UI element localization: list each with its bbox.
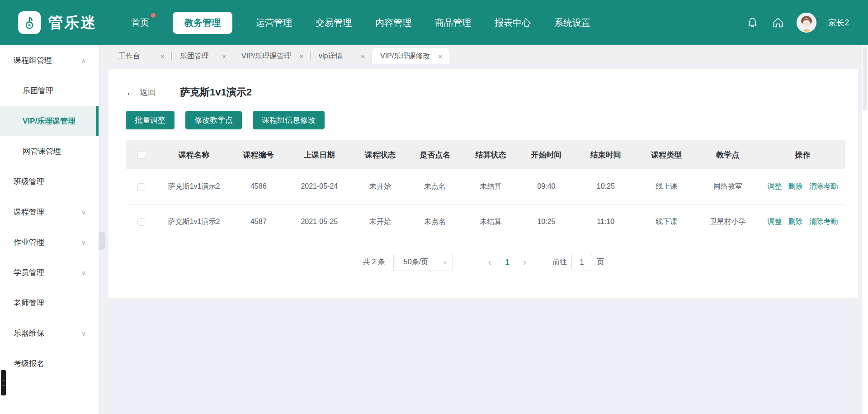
top-nav-menu: 首页 教务管理 运营管理 交易管理 内容管理 商品管理 报表中心 系统设置 [131, 12, 590, 34]
close-icon[interactable]: × [361, 52, 365, 60]
sidebar-collapse-handle[interactable]: ‹ [99, 232, 105, 250]
sidebar-item-student-mgmt[interactable]: 学员管理 ∨ [0, 257, 99, 288]
sidebar-item-class-mgmt[interactable]: 班级管理 [0, 167, 99, 197]
clear-attendance-link[interactable]: 清除考勤 [809, 218, 838, 225]
nav-item-operations[interactable]: 运营管理 [256, 17, 292, 29]
chevron-down-icon: ∨ [81, 330, 86, 337]
chevron-down-icon: ∨ [443, 259, 447, 266]
delete-link[interactable]: 删除 [788, 218, 803, 225]
cell-settlement: 未结算 [462, 204, 519, 239]
close-icon[interactable]: × [222, 52, 226, 60]
next-page-button[interactable]: › [523, 257, 526, 267]
pagination-total: 共 2 条 [363, 257, 385, 267]
home-icon[interactable] [771, 16, 785, 29]
col-settlement: 结算状态 [462, 140, 519, 169]
app-root: 管乐迷 首页 教务管理 运营管理 交易管理 内容管理 商品管理 报表中心 系统设… [0, 0, 868, 414]
cell-course-status: 未开始 [353, 204, 407, 239]
cell-course-code: 4586 [231, 169, 286, 204]
goto-unit-label: 页 [597, 257, 604, 267]
nav-item-transactions[interactable]: 交易管理 [316, 17, 352, 29]
page-title: 萨克斯1v1演示2 [180, 86, 252, 99]
tab-vip-theory-mgmt[interactable]: VIP/乐理课管理 × [233, 48, 311, 64]
cell-course-type: 线上课 [637, 169, 695, 204]
edit-course-group-info-button[interactable]: 课程组信息修改 [253, 111, 325, 129]
username-label[interactable]: 家长2 [828, 17, 849, 28]
sidebar-item-instrument-maintenance[interactable]: 乐器维保 ∨ [0, 318, 99, 348]
main-content: ← 返回 萨克斯1v1演示2 批量调整 修改教学点 课程组信息修改 [99, 64, 862, 414]
tab-vip-theory-edit[interactable]: VIP/乐理课修改 × [372, 48, 449, 64]
brand-logo[interactable]: 管乐迷 [18, 11, 122, 34]
table-row: 萨克斯1v1演示2 4586 2021-05-24 未开始 未点名 未结算 09… [126, 169, 845, 204]
page-number-1[interactable]: 1 [505, 258, 509, 267]
collapse-arrow-icon: ‹ [101, 237, 103, 244]
cell-start-time: 09:40 [519, 169, 574, 204]
cell-settlement: 未结算 [462, 169, 519, 204]
back-button[interactable]: ← 返回 [126, 87, 156, 98]
sidebar-item-teacher-mgmt[interactable]: 老师管理 [0, 288, 99, 318]
close-icon[interactable]: × [438, 52, 442, 60]
sidebar-item-online-course-mgmt[interactable]: 网管课管理 [0, 136, 99, 167]
select-all-checkbox[interactable] [137, 151, 145, 159]
col-course-status: 课程状态 [353, 140, 407, 169]
col-end-time: 结束时间 [574, 140, 637, 169]
cell-teaching-site: 卫星村小学 [695, 204, 760, 239]
logo-icon [18, 11, 41, 34]
tab-vip-detail[interactable]: vip详情 × [311, 48, 372, 64]
goto-page-input[interactable] [571, 254, 592, 271]
sidebar-item-homework-mgmt[interactable]: 作业管理 ∨ [0, 227, 99, 257]
col-course-code: 课程编号 [231, 140, 286, 169]
delete-link[interactable]: 删除 [788, 182, 803, 190]
bell-icon[interactable] [746, 16, 760, 29]
nav-item-reports[interactable]: 报表中心 [495, 17, 531, 29]
clear-attendance-link[interactable]: 清除考勤 [809, 182, 838, 190]
page-header-row: ← 返回 萨克斯1v1演示2 [108, 69, 858, 99]
col-course-type: 课程类型 [637, 140, 695, 169]
sidebar-scrollbar-thumb[interactable] [1, 370, 6, 395]
sidebar-item-band-mgmt[interactable]: 乐团管理 [0, 76, 99, 106]
col-rollcall: 是否点名 [408, 140, 462, 169]
close-icon[interactable]: × [299, 52, 303, 60]
nav-item-content[interactable]: 内容管理 [375, 17, 411, 29]
cell-end-time: 11:10 [574, 204, 637, 239]
pagination: 共 2 条 50条/页 ∨ ‹ 1 › 前往 页 [108, 254, 858, 271]
table-header-row: 课程名称 课程编号 上课日期 课程状态 是否点名 结算状态 开始时间 结束时间 … [126, 140, 845, 169]
notification-dot [151, 13, 156, 18]
sidebar-item-vip-theory-mgmt[interactable]: VIP/乐理课管理 [0, 106, 99, 136]
row-checkbox[interactable] [137, 183, 145, 191]
nav-item-products[interactable]: 商品管理 [435, 17, 471, 29]
col-course-name: 课程名称 [157, 140, 231, 169]
adjust-link[interactable]: 调整 [768, 218, 782, 225]
sidebar-item-course-mgmt[interactable]: 课程管理 ∨ [0, 197, 99, 227]
prev-page-button[interactable]: ‹ [488, 257, 491, 267]
sidebar-item-grading-registration[interactable]: 考级报名 [0, 348, 99, 379]
nav-item-academic[interactable]: 教务管理 [173, 12, 232, 34]
course-table: 课程名称 课程编号 上课日期 课程状态 是否点名 结算状态 开始时间 结束时间 … [126, 140, 845, 239]
cell-rollcall: 未点名 [408, 169, 462, 204]
user-avatar[interactable] [797, 13, 816, 33]
page-scrollbar[interactable] [862, 45, 868, 414]
open-tabs-bar: 工作台 × 乐团管理 × VIP/乐理课管理 × vip详情 × VIP/乐理课… [99, 45, 862, 64]
cell-course-type: 线下课 [637, 204, 695, 239]
close-icon[interactable]: × [160, 52, 165, 60]
title-divider [168, 87, 168, 97]
sidebar: 课程组管理 ∧ 乐团管理 VIP/乐理课管理 网管课管理 班级管理 课程管理 ∨… [0, 45, 99, 414]
sidebar-item-course-group-mgmt[interactable]: 课程组管理 ∧ [0, 45, 99, 76]
page-scrollbar-thumb[interactable] [863, 47, 867, 110]
chevron-down-icon: ∨ [81, 269, 86, 276]
row-checkbox[interactable] [137, 218, 145, 226]
cell-start-time: 10:25 [519, 204, 574, 239]
page-size-select[interactable]: 50条/页 ∨ [393, 254, 453, 271]
nav-item-home[interactable]: 首页 [131, 17, 149, 29]
edit-teaching-site-button[interactable]: 修改教学点 [185, 111, 242, 129]
tab-band-mgmt[interactable]: 乐团管理 × [172, 48, 233, 64]
cell-teaching-site: 网络教室 [695, 169, 760, 204]
batch-adjust-button[interactable]: 批量调整 [126, 111, 175, 129]
cell-course-name: 萨克斯1v1演示2 [168, 181, 220, 192]
adjust-link[interactable]: 调整 [768, 182, 782, 190]
content-card: ← 返回 萨克斯1v1演示2 批量调整 修改教学点 课程组信息修改 [108, 69, 858, 298]
tab-workbench[interactable]: 工作台 × [110, 48, 172, 64]
col-teaching-site: 教学点 [695, 140, 760, 169]
table-row: 萨克斯1v1演示2 4587 2021-05-25 未开始 未点名 未结算 10… [126, 204, 845, 239]
nav-item-settings[interactable]: 系统设置 [554, 17, 590, 29]
toolbar: 批量调整 修改教学点 课程组信息修改 [108, 99, 858, 129]
